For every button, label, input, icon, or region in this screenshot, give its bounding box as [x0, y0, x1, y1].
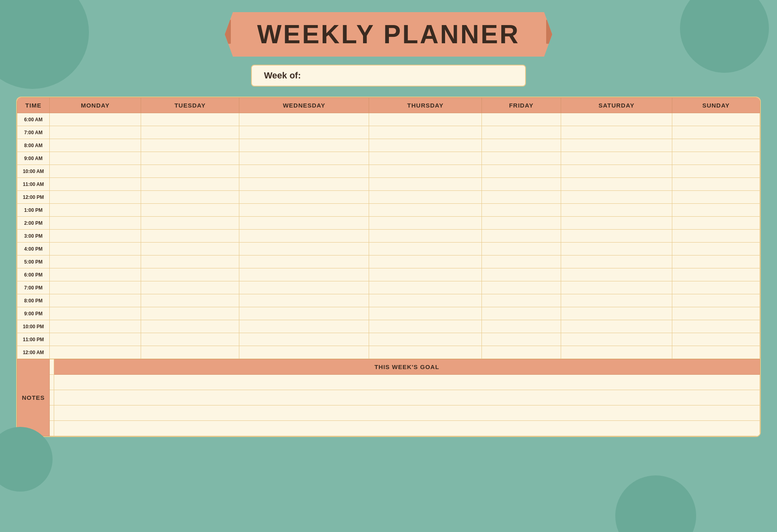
schedule-cell-10-3[interactable] — [369, 243, 482, 255]
schedule-cell-12-1[interactable] — [141, 268, 239, 281]
schedule-cell-10-2[interactable] — [239, 243, 369, 255]
schedule-cell-17-4[interactable] — [482, 333, 561, 346]
schedule-cell-16-3[interactable] — [369, 320, 482, 333]
schedule-cell-9-1[interactable] — [141, 230, 239, 243]
schedule-cell-16-0[interactable] — [50, 320, 141, 333]
goal-line-2[interactable] — [54, 390, 760, 405]
schedule-cell-8-6[interactable] — [672, 217, 760, 230]
schedule-cell-13-0[interactable] — [50, 281, 141, 294]
schedule-cell-2-4[interactable] — [482, 139, 561, 152]
schedule-cell-17-6[interactable] — [672, 333, 760, 346]
schedule-cell-11-3[interactable] — [369, 255, 482, 268]
schedule-cell-0-2[interactable] — [239, 113, 369, 126]
schedule-cell-0-6[interactable] — [672, 113, 760, 126]
schedule-cell-12-3[interactable] — [369, 268, 482, 281]
schedule-cell-18-0[interactable] — [50, 346, 141, 359]
schedule-cell-1-2[interactable] — [239, 126, 369, 139]
schedule-cell-7-0[interactable] — [50, 204, 141, 217]
schedule-cell-4-4[interactable] — [482, 165, 561, 178]
schedule-cell-3-0[interactable] — [50, 152, 141, 165]
goal-line-1[interactable] — [54, 375, 760, 390]
schedule-cell-1-5[interactable] — [561, 126, 672, 139]
schedule-cell-1-3[interactable] — [369, 126, 482, 139]
schedule-cell-1-0[interactable] — [50, 126, 141, 139]
schedule-cell-16-2[interactable] — [239, 320, 369, 333]
schedule-cell-6-0[interactable] — [50, 191, 141, 204]
schedule-cell-3-6[interactable] — [672, 152, 760, 165]
schedule-cell-17-3[interactable] — [369, 333, 482, 346]
schedule-cell-8-1[interactable] — [141, 217, 239, 230]
schedule-cell-15-3[interactable] — [369, 307, 482, 320]
schedule-cell-1-4[interactable] — [482, 126, 561, 139]
week-of-field[interactable]: Week of: — [251, 65, 526, 87]
schedule-cell-3-2[interactable] — [239, 152, 369, 165]
notes-line-1[interactable] — [50, 375, 54, 390]
schedule-cell-7-2[interactable] — [239, 204, 369, 217]
schedule-cell-5-5[interactable] — [561, 178, 672, 191]
schedule-cell-10-0[interactable] — [50, 243, 141, 255]
schedule-cell-5-0[interactable] — [50, 178, 141, 191]
schedule-cell-15-1[interactable] — [141, 307, 239, 320]
schedule-cell-17-0[interactable] — [50, 333, 141, 346]
schedule-cell-2-2[interactable] — [239, 139, 369, 152]
schedule-cell-6-2[interactable] — [239, 191, 369, 204]
schedule-cell-13-4[interactable] — [482, 281, 561, 294]
schedule-cell-14-3[interactable] — [369, 294, 482, 307]
schedule-cell-18-6[interactable] — [672, 346, 760, 359]
notes-empty-1[interactable] — [50, 359, 54, 375]
schedule-cell-2-5[interactable] — [561, 139, 672, 152]
schedule-cell-10-5[interactable] — [561, 243, 672, 255]
schedule-cell-15-0[interactable] — [50, 307, 141, 320]
schedule-cell-6-1[interactable] — [141, 191, 239, 204]
schedule-cell-6-4[interactable] — [482, 191, 561, 204]
schedule-cell-0-1[interactable] — [141, 113, 239, 126]
schedule-cell-18-5[interactable] — [561, 346, 672, 359]
schedule-cell-5-1[interactable] — [141, 178, 239, 191]
schedule-cell-9-0[interactable] — [50, 230, 141, 243]
schedule-cell-14-4[interactable] — [482, 294, 561, 307]
schedule-cell-15-6[interactable] — [672, 307, 760, 320]
schedule-cell-17-1[interactable] — [141, 333, 239, 346]
schedule-cell-0-0[interactable] — [50, 113, 141, 126]
schedule-cell-12-4[interactable] — [482, 268, 561, 281]
schedule-cell-16-1[interactable] — [141, 320, 239, 333]
schedule-cell-13-5[interactable] — [561, 281, 672, 294]
schedule-cell-12-6[interactable] — [672, 268, 760, 281]
schedule-cell-3-5[interactable] — [561, 152, 672, 165]
schedule-cell-10-4[interactable] — [482, 243, 561, 255]
schedule-cell-3-4[interactable] — [482, 152, 561, 165]
schedule-cell-6-5[interactable] — [561, 191, 672, 204]
schedule-cell-17-2[interactable] — [239, 333, 369, 346]
schedule-cell-11-1[interactable] — [141, 255, 239, 268]
schedule-cell-13-1[interactable] — [141, 281, 239, 294]
schedule-cell-8-4[interactable] — [482, 217, 561, 230]
goal-line-4[interactable] — [54, 421, 760, 436]
schedule-cell-18-2[interactable] — [239, 346, 369, 359]
schedule-cell-5-6[interactable] — [672, 178, 760, 191]
schedule-cell-16-5[interactable] — [561, 320, 672, 333]
schedule-cell-16-4[interactable] — [482, 320, 561, 333]
schedule-cell-7-4[interactable] — [482, 204, 561, 217]
schedule-cell-9-3[interactable] — [369, 230, 482, 243]
schedule-cell-7-5[interactable] — [561, 204, 672, 217]
schedule-cell-7-1[interactable] — [141, 204, 239, 217]
schedule-cell-4-5[interactable] — [561, 165, 672, 178]
schedule-cell-18-3[interactable] — [369, 346, 482, 359]
schedule-cell-11-6[interactable] — [672, 255, 760, 268]
schedule-cell-0-5[interactable] — [561, 113, 672, 126]
schedule-cell-6-6[interactable] — [672, 191, 760, 204]
notes-line-3[interactable] — [50, 405, 54, 421]
notes-line-2[interactable] — [50, 390, 54, 405]
schedule-cell-5-3[interactable] — [369, 178, 482, 191]
schedule-cell-11-4[interactable] — [482, 255, 561, 268]
schedule-cell-9-4[interactable] — [482, 230, 561, 243]
schedule-cell-8-5[interactable] — [561, 217, 672, 230]
schedule-cell-12-2[interactable] — [239, 268, 369, 281]
schedule-cell-9-2[interactable] — [239, 230, 369, 243]
schedule-cell-6-3[interactable] — [369, 191, 482, 204]
schedule-cell-16-6[interactable] — [672, 320, 760, 333]
schedule-cell-4-1[interactable] — [141, 165, 239, 178]
schedule-cell-14-2[interactable] — [239, 294, 369, 307]
schedule-cell-13-2[interactable] — [239, 281, 369, 294]
schedule-cell-8-3[interactable] — [369, 217, 482, 230]
